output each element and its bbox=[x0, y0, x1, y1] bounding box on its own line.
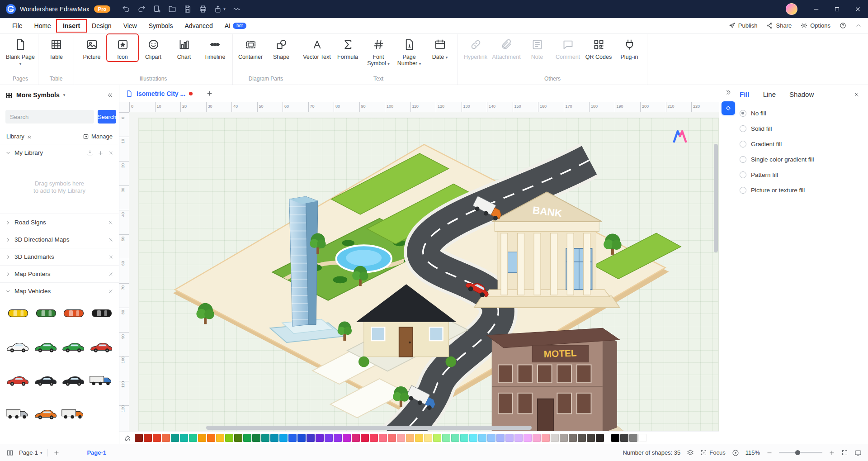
color-swatch[interactable] bbox=[144, 434, 152, 442]
color-swatch[interactable] bbox=[198, 434, 206, 442]
collapse-ribbon-button[interactable] bbox=[855, 23, 862, 29]
remove-library-button[interactable] bbox=[108, 149, 113, 156]
menu-ai[interactable]: AIhot bbox=[219, 20, 252, 32]
export-button[interactable]: ▾ bbox=[214, 5, 226, 13]
color-swatch[interactable] bbox=[533, 434, 541, 442]
color-swatch[interactable] bbox=[596, 434, 604, 442]
color-swatch[interactable] bbox=[234, 434, 242, 442]
clipart-button[interactable]: Clipart bbox=[138, 34, 169, 61]
formula-button[interactable]: Formula bbox=[332, 34, 363, 61]
options-button[interactable]: Options bbox=[801, 22, 830, 29]
zoom-out-button[interactable] bbox=[766, 450, 773, 456]
color-swatch[interactable] bbox=[629, 434, 637, 442]
tab-line[interactable]: Line bbox=[763, 90, 776, 98]
color-swatch[interactable] bbox=[252, 434, 260, 442]
menu-view[interactable]: View bbox=[118, 20, 143, 32]
color-swatch[interactable] bbox=[343, 434, 351, 442]
color-swatch[interactable] bbox=[551, 434, 559, 442]
search-input[interactable] bbox=[5, 110, 94, 124]
search-button[interactable]: Search bbox=[98, 110, 116, 124]
color-swatch[interactable] bbox=[406, 434, 414, 442]
font-symbol-button[interactable]: Font Symbol ▾ bbox=[363, 34, 394, 68]
remove-library-button[interactable] bbox=[108, 271, 113, 277]
drawing-canvas[interactable]: BANK bbox=[129, 112, 719, 431]
color-swatch[interactable] bbox=[153, 434, 161, 442]
menu-insert[interactable]: Insert bbox=[57, 20, 86, 32]
page-number-button[interactable]: Page Number ▾ bbox=[394, 34, 425, 68]
color-swatch[interactable] bbox=[451, 434, 459, 442]
fill-option-pattern-fill[interactable]: Pattern fill bbox=[740, 171, 860, 178]
color-swatch[interactable] bbox=[162, 434, 170, 442]
color-swatch[interactable] bbox=[270, 434, 278, 442]
color-swatch[interactable] bbox=[620, 434, 628, 442]
vehicle-symbol[interactable] bbox=[88, 335, 114, 359]
color-swatch[interactable] bbox=[225, 434, 233, 442]
remove-library-button[interactable] bbox=[108, 219, 113, 226]
menu-advanced[interactable]: Advanced bbox=[179, 20, 218, 32]
plug-in-button[interactable]: Plug-in bbox=[614, 34, 645, 61]
menu-symbols[interactable]: Symbols bbox=[143, 20, 179, 32]
menu-file[interactable]: File bbox=[6, 20, 28, 32]
isometric-city-drawing[interactable]: BANK bbox=[138, 118, 719, 431]
sidebar-section-3d-directional-maps[interactable]: 3D Directional Maps bbox=[0, 231, 119, 248]
color-swatch[interactable] bbox=[361, 434, 369, 442]
qr-codes-button[interactable]: QR Codes bbox=[583, 34, 614, 61]
sidebar-section-3d-landmarks[interactable]: 3D Landmarks bbox=[0, 248, 119, 265]
color-swatch[interactable] bbox=[542, 434, 550, 442]
collapse-sidebar-button[interactable] bbox=[107, 92, 113, 99]
tab-shadow[interactable]: Shadow bbox=[789, 90, 814, 98]
blank-page-button[interactable]: Blank Page ▾ bbox=[5, 34, 36, 68]
fill-option-solid-fill[interactable]: Solid fill bbox=[740, 125, 860, 132]
fill-option-single-color-gradient-fill[interactable]: Single color gradient fill bbox=[740, 156, 860, 163]
date-button[interactable]: Date ▾ bbox=[425, 34, 455, 61]
fill-option-gradient-fill[interactable]: Gradient fill bbox=[740, 141, 860, 147]
presentation-button[interactable] bbox=[732, 449, 739, 456]
color-swatch[interactable] bbox=[135, 434, 143, 442]
vehicle-symbol[interactable] bbox=[5, 402, 31, 426]
tab-fill[interactable]: Fill bbox=[740, 90, 750, 98]
color-swatch[interactable] bbox=[587, 434, 595, 442]
zoom-in-button[interactable] bbox=[829, 450, 835, 456]
color-swatch[interactable] bbox=[307, 434, 315, 442]
chevrons-right-icon[interactable] bbox=[725, 89, 732, 96]
color-swatch[interactable] bbox=[397, 434, 405, 442]
color-swatch[interactable] bbox=[478, 434, 486, 442]
shape-button[interactable]: Shape bbox=[266, 34, 297, 61]
fill-tool-button[interactable] bbox=[722, 101, 735, 115]
color-swatch[interactable] bbox=[261, 434, 269, 442]
sidebar-section-my-library[interactable]: My Library bbox=[0, 144, 119, 161]
paint-format-button[interactable] bbox=[124, 434, 131, 442]
page-selector[interactable]: Page-1▾ bbox=[19, 449, 42, 456]
color-swatch[interactable] bbox=[505, 434, 514, 442]
document-tab[interactable]: Isometric City ... bbox=[137, 90, 185, 97]
help-button[interactable] bbox=[840, 22, 846, 29]
vehicle-symbol[interactable] bbox=[61, 402, 87, 426]
vertical-scrollbar[interactable] bbox=[714, 144, 718, 252]
vehicle-symbol[interactable] bbox=[88, 301, 114, 326]
timeline-button[interactable]: Timeline bbox=[199, 34, 230, 61]
vehicle-symbol[interactable] bbox=[33, 335, 59, 359]
page-panel-toggle[interactable] bbox=[6, 449, 14, 456]
color-swatch[interactable] bbox=[297, 434, 306, 442]
color-swatch[interactable] bbox=[560, 434, 568, 442]
redo-button[interactable] bbox=[137, 5, 146, 13]
color-swatch[interactable] bbox=[316, 434, 324, 442]
vehicle-symbol[interactable] bbox=[5, 335, 31, 359]
customize-button[interactable] bbox=[233, 5, 241, 13]
zoom-slider[interactable] bbox=[779, 452, 822, 453]
picture-button[interactable]: Picture bbox=[76, 34, 107, 61]
zoom-slider-thumb[interactable] bbox=[795, 450, 800, 455]
layers-button[interactable] bbox=[687, 449, 694, 456]
vehicle-symbol[interactable] bbox=[33, 301, 59, 326]
share-button[interactable]: Share bbox=[766, 22, 792, 29]
chevron-down-icon[interactable]: ▾ bbox=[63, 93, 66, 97]
sidebar-section-road-signs[interactable]: Road Signs bbox=[0, 214, 119, 231]
color-swatch[interactable] bbox=[180, 434, 188, 442]
close-panel-button[interactable] bbox=[854, 91, 860, 98]
color-swatch[interactable] bbox=[379, 434, 387, 442]
minimize-button[interactable] bbox=[806, 0, 826, 18]
add-page-button[interactable] bbox=[53, 450, 60, 456]
fill-option-no-fill[interactable]: No fill bbox=[740, 110, 860, 117]
color-swatch[interactable] bbox=[334, 434, 342, 442]
open-folder-button[interactable] bbox=[168, 5, 176, 13]
